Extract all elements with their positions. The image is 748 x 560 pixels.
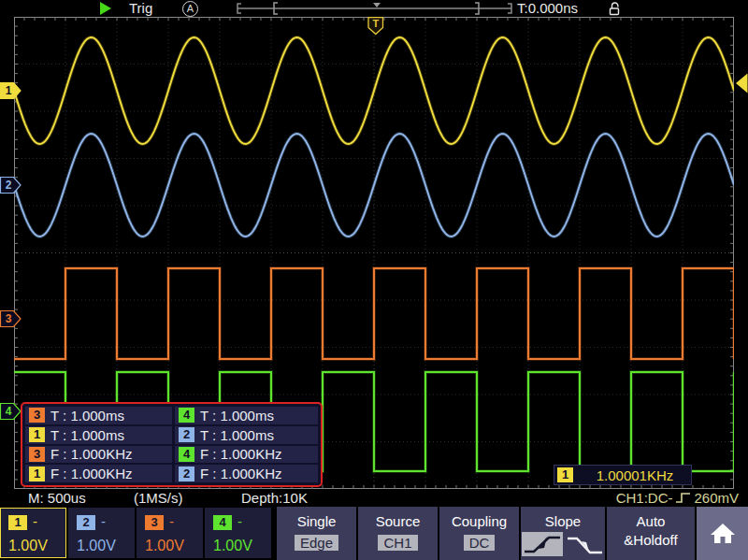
auto-trigger-mode-icon: A [182,1,198,17]
measure-ch2-frequency: 2 F : 1.000KHz [175,465,318,482]
ch1-badge: 1 [29,467,45,481]
rising-edge-icon [675,491,691,505]
measure-ch1-frequency: 1 F : 1.000KHz [25,465,172,482]
record-depth-readout: Depth:10K [241,490,308,506]
trigger-position-pointer-icon [373,3,381,7]
horizontal-position-indicator[interactable] [234,0,514,17]
ch1-badge: 1 [29,427,45,442]
home-button[interactable] [697,507,748,560]
ch3-position-marker[interactable]: 3 [0,310,22,331]
measurement-row: 1 T : 1.000ms 2 T : 1.000ms [25,426,318,444]
ch2-badge: 2 [179,467,194,481]
ch2-position-marker[interactable]: 2 [0,177,22,197]
ch3-status-box[interactable]: 3 - 1.00V [137,508,203,558]
measurement-row: 3 F : 1.000KHz 4 F : 1.000KHz [25,446,318,464]
trigger-source-value: CH1 [378,535,417,551]
ch2-status-box[interactable]: 2 - 1.00V [68,508,135,558]
rising-slope-icon[interactable] [522,532,563,556]
oscilloscope-screen: Trig A T:0.000ns T 3 T : 1.000ms [0,0,748,560]
svg-text:T: T [372,18,379,29]
svg-text:2: 2 [6,179,12,192]
trigger-level-marker[interactable] [735,73,748,97]
ch3-badge: 3 [29,447,45,462]
sample-rate-readout: (1MS/s) [134,490,183,506]
frequency-counter: 1 1.00001KHz [554,465,692,485]
menu-trigger-source[interactable]: Source CH1 [358,507,438,560]
falling-slope-icon[interactable] [567,532,604,558]
ch4-badge: 4 [179,447,194,462]
measure-ch1-period: 1 T : 1.000ms [25,426,172,444]
menu-trigger-type[interactable]: Single Edge [277,507,356,560]
ch2-badge: 2 [179,427,194,442]
ch3-badge: 3 [29,408,45,423]
menu-trigger-coupling[interactable]: Coupling DC [439,507,519,560]
menu-trigger-slope[interactable]: Slope [521,507,605,560]
trigger-position-marker[interactable]: T [367,17,384,36]
ch1-status-box[interactable]: 1 - 1.00V [0,508,66,558]
trigger-coupling-value: DC [464,535,496,551]
run-state-play-icon[interactable] [100,2,111,15]
measure-ch4-period: 4 T : 1.000ms [175,407,318,424]
measurement-row: 3 T : 1.000ms 4 T : 1.000ms [25,407,318,424]
measure-ch2-period: 2 T : 1.000ms [175,426,318,444]
menu-auto-holdoff[interactable]: Auto &Holdoff [607,507,695,560]
measure-ch4-frequency: 4 F : 1.000KHz [175,446,318,464]
timebase-readout: M: 500us [28,490,86,506]
trigger-offset-readout: T:0.000ns [517,0,578,16]
svg-text:3: 3 [6,312,12,325]
svg-text:1: 1 [6,84,12,97]
measurement-panel: 3 T : 1.000ms 4 T : 1.000ms 1 T : 1.000m… [21,402,323,487]
measure-ch3-period: 3 T : 1.000ms [25,407,172,424]
bottom-menu-bar: 1 - 1.00V 2 - 1.00V 3 - 1.00V 4 - 1.00V … [0,507,748,560]
ch1-position-marker[interactable]: 1 [0,82,22,103]
trigger-type-value: Edge [295,535,338,551]
ch4-status-box[interactable]: 4 - 1.00V [205,508,271,558]
frequency-counter-value: 1.00001KHz [579,467,691,483]
svg-text:4: 4 [6,405,12,418]
trigger-settings-readout: CH1:DC- 260mV [616,490,739,506]
top-status-bar: Trig A T:0.000ns [0,0,748,17]
home-icon [710,522,736,545]
ch4-position-marker[interactable]: 4 [0,403,22,424]
measure-ch3-frequency: 3 F : 1.000KHz [25,446,172,464]
bottom-status-bar: M: 500us (1MS/s) Depth:10K CH1:DC- 260mV [0,489,748,507]
unlock-icon[interactable] [608,1,623,16]
ch4-badge: 4 [179,408,194,423]
trig-status-label: Trig [129,0,152,16]
measurement-row: 1 F : 1.000KHz 2 F : 1.000KHz [25,465,318,482]
ch1-badge: 1 [557,467,573,482]
